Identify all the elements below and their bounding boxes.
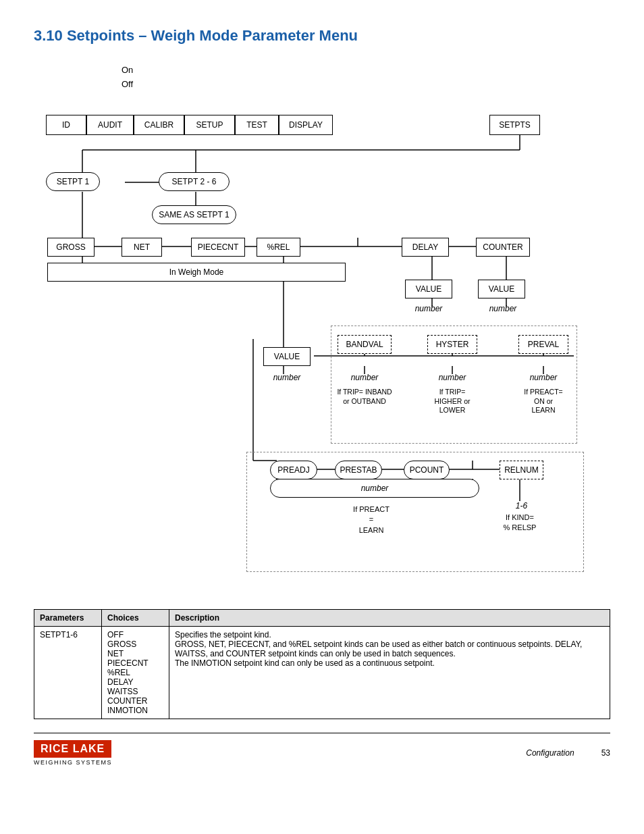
rel-node: %REL [257, 238, 300, 257]
param-cell: SETPT1-6 [34, 627, 102, 719]
nav-calibr: CALIBR [134, 115, 184, 135]
nav-display: DISPLAY [279, 115, 333, 135]
nav-setup: SETUP [184, 115, 235, 135]
in-weigh-mode: In Weigh Mode [47, 263, 346, 282]
if-preact-text: If PREACT=LEARN [331, 504, 412, 536]
delay-node: DELAY [402, 238, 449, 257]
value-number: number [263, 373, 311, 382]
if-kind-text: If KIND=% RELSP [493, 513, 547, 533]
setpt1-node: SETPT 1 [46, 172, 100, 191]
relnum-node: RELNUM [500, 461, 543, 479]
diagram: ID AUDIT CALIBR SETUP TEST DISPLAY SETPT… [34, 103, 614, 589]
col-choices: Choices [102, 610, 169, 627]
pcount-node: PCOUNT [404, 461, 450, 479]
number-bar: number [270, 479, 479, 498]
counter-number: number [476, 304, 530, 313]
gross-node: GROSS [47, 238, 95, 257]
delay-value-node: VALUE [405, 280, 452, 298]
nav-id: ID [46, 115, 86, 135]
piececnt-node: PIECECNT [191, 238, 245, 257]
value-node: VALUE [263, 347, 311, 366]
logo-text: RICE LAKE [34, 740, 111, 758]
footer-config-text: Configuration [526, 748, 574, 758]
preadj-node: PREADJ [270, 461, 317, 479]
col-parameters: Parameters [34, 610, 102, 627]
counter-node: COUNTER [476, 238, 530, 257]
page-number: 53 [601, 748, 610, 758]
nav-audit: AUDIT [86, 115, 134, 135]
nav-setpts: SETPTS [489, 115, 540, 135]
choices-cell: OFF GROSS NET PIECECNT %REL DELAY WAITSS… [102, 627, 169, 719]
setpt2-6-node: SETPT 2 - 6 [159, 172, 230, 191]
col-description: Description [169, 610, 610, 627]
counter-value-node: VALUE [478, 280, 525, 298]
dashed-section-right [331, 325, 577, 444]
nav-test: TEST [235, 115, 279, 135]
prestab-node: PRESTAB [335, 461, 382, 479]
parameter-table: Parameters Choices Description SETPT1-6 … [34, 609, 610, 719]
off-label: Off [122, 79, 610, 89]
delay-number: number [402, 304, 456, 313]
net-node: NET [122, 238, 162, 257]
on-label: On [122, 65, 610, 75]
logo: RICE LAKE WEIGHING SYSTEMS [34, 740, 112, 766]
on-off-labels: On Off [122, 65, 610, 89]
description-cell: Specifies the setpoint kind. GROSS, NET,… [169, 627, 610, 719]
page-title: 3.10 Setpoints – Weigh Mode Parameter Me… [34, 27, 610, 45]
table-row: SETPT1-6 OFF GROSS NET PIECECNT %REL DEL… [34, 627, 610, 719]
same-as-node: SAME AS SETPT 1 [152, 205, 236, 224]
page-footer: RICE LAKE WEIGHING SYSTEMS Configuration… [34, 733, 610, 766]
logo-sub: WEIGHING SYSTEMS [34, 759, 112, 766]
relnum-value: 1-6 [500, 501, 543, 511]
